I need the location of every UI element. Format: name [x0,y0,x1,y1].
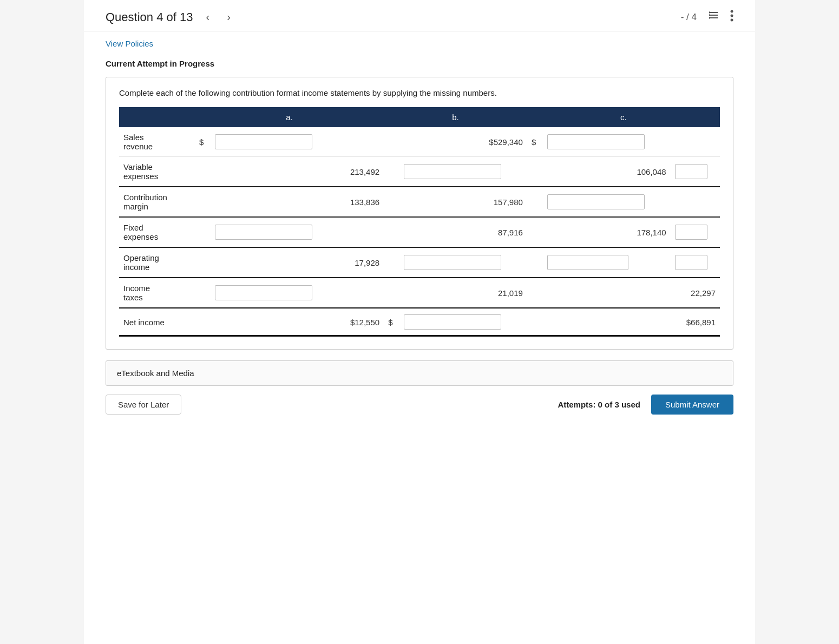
b-static-contrib: 157,980 [399,187,527,217]
col-c-header: c. [527,107,720,127]
a-input-net [211,308,338,336]
a-static-sales [338,127,384,157]
svg-point-7 [731,14,733,17]
score-display: - / 4 [681,12,697,23]
content-area: Current Attempt in Progress Complete eac… [84,48,755,415]
table-header-row: a. b. c. [119,107,720,127]
c-static-var: 106,048 [543,157,671,187]
c-static-fixed: 178,140 [543,217,671,247]
c-dollar-contrib [527,187,543,217]
row-label-contrib: Contributionmargin [119,187,195,217]
row-label-fixed: Fixedexpenses [119,217,195,247]
row-label-operating: Operatingincome [119,247,195,278]
more-icon [730,10,733,22]
a-dollar-fixed [195,217,211,247]
more-options-button[interactable] [730,10,733,25]
b-variable-input[interactable] [404,164,501,179]
b-operating-input[interactable] [404,255,501,270]
bottom-right: Attempts: 0 of 3 used Submit Answer [558,395,733,415]
b-dollar-fixed [384,217,399,247]
c-variable-small-input[interactable] [675,164,707,179]
c-dollar-net [527,308,543,336]
a-val-var: 213,492 [338,157,384,187]
c-input-cell-sales [543,127,671,157]
a-dollar-contrib [195,187,211,217]
col-label-header [119,107,195,127]
row-label-taxes: Incometaxes [119,278,195,308]
attempt-label: Current Attempt in Progress [106,59,733,68]
view-policies-link[interactable]: View Policies [106,39,153,48]
attempts-label: Attempts: 0 of 3 used [558,400,640,409]
a-dollar-net [195,308,211,336]
top-bar: Question 4 of 13 ‹ › - / 4 [84,0,755,31]
b-input-cell-net [399,308,527,336]
table-row: Variableexpenses 213,492 106,048 [119,157,720,187]
row-label-variable: Variableexpenses [119,157,195,187]
b-dollar-sales [384,127,399,157]
c-small-input-fixed [671,217,720,247]
b-net-input[interactable] [404,314,501,330]
c-small-input-var [671,157,720,187]
table-row: Contributionmargin 133,836 157,980 [119,187,720,217]
b-static-tax: 21,019 [399,278,527,308]
etextbook-label: eTextbook and Media [117,369,194,378]
prev-button[interactable]: ‹ [201,9,214,25]
col-a-header: a. [195,107,384,127]
svg-point-8 [731,18,733,21]
col-b-header: b. [384,107,527,127]
bottom-bar: Save for Later Attempts: 0 of 3 used Sub… [106,395,733,415]
a-input-cell-sales [211,127,338,157]
top-bar-left: Question 4 of 13 ‹ › [106,9,235,25]
a-static-var [211,157,338,187]
save-later-button[interactable]: Save for Later [106,395,181,415]
c-dollar-sales: $ [527,127,543,157]
question-instruction: Complete each of the following contribut… [119,88,720,97]
b-dollar-var [384,157,399,187]
c-operating-input[interactable] [547,255,628,270]
c-dollar-fixed [527,217,543,247]
c-dollar-var [527,157,543,187]
a-static-contrib: 133,836 [338,187,384,217]
b-dollar-tax [384,278,399,308]
c-input-cell-op [543,247,671,278]
a-dollar-sales: $ [195,127,211,157]
table-row: Net income $12,550 $ $66,891 [119,308,720,336]
a-sales-input[interactable] [215,134,312,149]
row-label-net: Net income [119,308,195,336]
list-icon [707,10,719,22]
a-input-cell-fixed [211,217,384,247]
c-operating-small-input[interactable] [675,255,707,270]
a-input-op [211,247,338,278]
row-label-sales: Salesrevenue [119,127,195,157]
top-bar-right: - / 4 [681,10,733,25]
table-row: Incometaxes 21,019 22,297 [119,278,720,308]
next-button[interactable]: › [222,9,235,25]
b-dollar-op [384,247,399,278]
submit-button[interactable]: Submit Answer [651,395,733,415]
c-dollar-tax [527,278,543,308]
list-icon-button[interactable] [707,10,719,25]
a-dollar-op [195,247,211,278]
bottom-border-row [119,336,720,338]
b-static-sales: $529,340 [399,127,527,157]
b-dollar-net: $ [384,308,399,336]
question-title: Question 4 of 13 [106,10,193,24]
a-taxes-input[interactable] [215,285,312,300]
c-sales-input[interactable] [547,134,645,149]
c-static-sales [671,127,720,157]
a-fixed-input[interactable] [215,225,312,240]
c-static-tax: 22,297 [543,278,720,308]
c-static-net: $66,891 [543,308,720,336]
b-input-cell-op [399,247,527,278]
a-input-contrib [211,187,338,217]
c-contrib-input[interactable] [547,194,645,209]
etextbook-box: eTextbook and Media [106,360,733,386]
b-static-fixed: 87,916 [399,217,527,247]
income-table: a. b. c. Salesrevenue $ [119,107,720,338]
svg-point-6 [731,10,733,12]
c-fixed-small-input[interactable] [675,225,707,240]
view-policies-section: View Policies [84,31,755,48]
b-dollar-contrib [384,187,399,217]
c-small-input-op [671,247,720,278]
a-static-op: 17,928 [338,247,384,278]
